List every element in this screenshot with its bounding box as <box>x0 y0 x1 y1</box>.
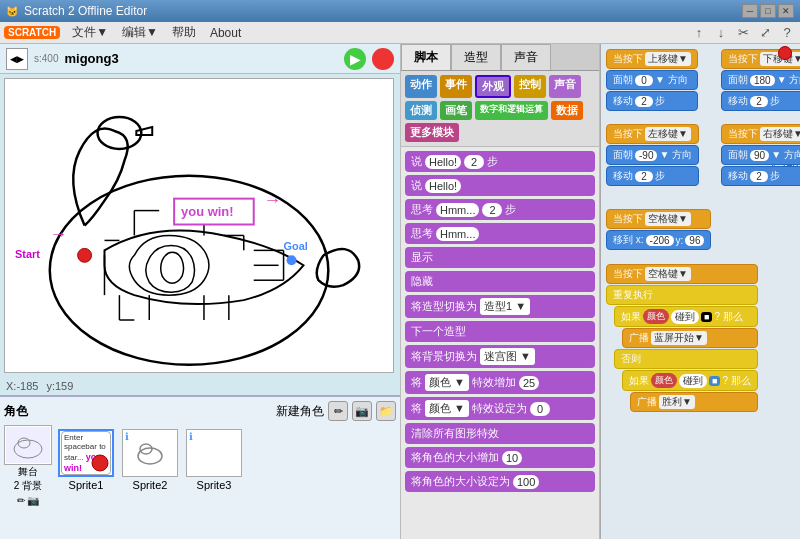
steps-2-input-down[interactable]: 2 <box>750 96 768 107</box>
download-icon[interactable]: ↓ <box>712 24 730 42</box>
block-input-10[interactable]: 10 <box>502 451 522 465</box>
block-dropdown-effect2[interactable]: 颜色 ▼ <box>425 400 469 417</box>
stage-expand-button[interactable]: ◀▶ <box>6 48 28 70</box>
block-input-0[interactable]: 0 <box>530 402 550 416</box>
dir-180-input[interactable]: 180 <box>750 75 775 86</box>
cat-looks[interactable]: 外观 <box>475 75 511 98</box>
block-set-size[interactable]: 将角色的大小设定为 100 <box>405 471 595 492</box>
stage-camera-icon[interactable]: 📷 <box>27 495 39 506</box>
sprite-item-2[interactable]: ℹ Sprite2 <box>120 429 180 491</box>
maximize-button[interactable]: □ <box>760 4 776 18</box>
cat-data[interactable]: 数据 <box>551 101 583 120</box>
dir-0-input[interactable]: 0 <box>635 75 653 86</box>
block-input-100[interactable]: 100 <box>513 475 539 489</box>
stage-thumb[interactable] <box>4 425 52 465</box>
block-dropdown-effect[interactable]: 颜色 ▼ <box>425 374 469 391</box>
key-up-dropdown[interactable]: 上移键▼ <box>645 52 691 66</box>
block-show[interactable]: 显示 <box>405 247 595 268</box>
block-input-2[interactable]: 2 <box>464 155 484 169</box>
cat-motion[interactable]: 动作 <box>405 75 437 98</box>
block-change-effect[interactable]: 将 颜色 ▼ 特效增加 25 <box>405 371 595 394</box>
scripts-area[interactable]: 当按下 上移键▼ 面朝 0▼ 方向 移动 2 步 当按下 下移键▼ 面朝 180… <box>600 44 800 539</box>
block-change-size[interactable]: 将角色的大小增加 10 <box>405 447 595 468</box>
steps-2-input-left[interactable]: 2 <box>635 171 653 182</box>
stage-paint-icon[interactable]: ✏ <box>17 495 25 506</box>
new-sprite-file-button[interactable]: 📁 <box>376 401 396 421</box>
sprite-item-1[interactable]: ℹ Enter spacebar to star... you win! Spr… <box>56 429 116 491</box>
menu-file[interactable]: 文件▼ <box>66 22 114 43</box>
block-clear-effects[interactable]: 清除所有图形特效 <box>405 423 595 444</box>
if-touching-goal-color[interactable]: 如果 颜色 碰到 ■ ? 那么 <box>622 370 758 391</box>
tab-costumes[interactable]: 造型 <box>451 44 501 70</box>
else-block[interactable]: 否则 <box>614 349 758 369</box>
move-2-steps-left[interactable]: 移动 2 步 <box>606 166 699 186</box>
block-say-hello-timed[interactable]: 说 Hello! 2 步 <box>405 151 595 172</box>
point-dir-0[interactable]: 面朝 0▼ 方向 <box>606 70 698 90</box>
broadcast-win-block[interactable]: 广播 胜利▼ <box>630 392 758 412</box>
block-next-costume[interactable]: 下一个造型 <box>405 321 595 342</box>
tab-sounds[interactable]: 声音 <box>501 44 551 70</box>
minimize-button[interactable]: ─ <box>742 4 758 18</box>
event-key-space[interactable]: 当按下 空格键▼ <box>606 209 711 229</box>
cat-pen[interactable]: 画笔 <box>440 101 472 120</box>
goto-xy[interactable]: 移到 x: -206 y: 96 <box>606 230 711 250</box>
forever-block[interactable]: 重复执行 <box>606 285 758 305</box>
block-think-hmm-timed[interactable]: 思考 Hmm... 2 步 <box>405 199 595 220</box>
broadcast-maze[interactable]: 广播 蓝屏开始▼ <box>622 328 758 348</box>
point-dir-neg90[interactable]: 面朝 -90▼ 方向 <box>606 145 699 165</box>
cat-control[interactable]: 控制 <box>514 75 546 98</box>
block-switch-costume[interactable]: 将造型切换为 造型1 ▼ <box>405 295 595 318</box>
steps-2-input-right[interactable]: 2 <box>750 171 768 182</box>
event-key-right[interactable]: 当按下 右移键▼ <box>721 124 800 144</box>
goto-x[interactable]: -206 <box>646 235 674 246</box>
event-key-up[interactable]: 当按下 上移键▼ <box>606 49 698 69</box>
color-goal[interactable]: 碰到 <box>679 374 707 388</box>
sprite-thumb-2[interactable]: ℹ <box>122 429 178 477</box>
menu-help[interactable]: 帮助 <box>166 22 202 43</box>
menu-edit[interactable]: 编辑▼ <box>116 22 164 43</box>
key-space-dropdown2[interactable]: 空格键▼ <box>645 267 691 281</box>
block-input-25[interactable]: 25 <box>519 376 539 390</box>
menu-about[interactable]: About <box>204 24 247 42</box>
upload-icon[interactable]: ↑ <box>690 24 708 42</box>
cat-operators[interactable]: 数字和逻辑运算 <box>475 101 548 120</box>
broadcast-maze-dropdown[interactable]: 蓝屏开始▼ <box>651 331 707 345</box>
move-2-steps-up[interactable]: 移动 2 步 <box>606 91 698 111</box>
point-dir-90[interactable]: 面朝 90▼ 方向 <box>721 145 800 165</box>
cat-events[interactable]: 事件 <box>440 75 472 98</box>
key-space-dropdown[interactable]: 空格键▼ <box>645 212 691 226</box>
block-input-hello[interactable]: Hello! <box>425 155 461 169</box>
sprite-thumb-1[interactable]: ℹ Enter spacebar to star... you win! <box>58 429 114 477</box>
block-hide[interactable]: 隐藏 <box>405 271 595 292</box>
block-input-hmm2[interactable]: Hmm... <box>436 227 479 241</box>
help-icon[interactable]: ? <box>778 24 796 42</box>
sprite-thumb-3[interactable]: ℹ <box>186 429 242 477</box>
close-button[interactable]: ✕ <box>778 4 794 18</box>
sprite-item-3[interactable]: ℹ Sprite3 <box>184 429 244 491</box>
sprite-info-icon-2[interactable]: ℹ <box>125 431 129 442</box>
move-2-steps-down[interactable]: 移动 2 步 <box>721 91 800 111</box>
green-flag-button[interactable]: ▶ <box>344 48 366 70</box>
goto-y[interactable]: 96 <box>685 235 704 246</box>
dir-neg90-input[interactable]: -90 <box>635 150 657 161</box>
key-left-dropdown[interactable]: 左移键▼ <box>645 127 691 141</box>
move-2-steps-right[interactable]: 移动 2 步 <box>721 166 800 186</box>
fullscreen-icon[interactable]: ⤢ <box>756 24 774 42</box>
dir-90-input[interactable]: 90 <box>750 150 769 161</box>
cat-sound[interactable]: 声音 <box>549 75 581 98</box>
event-key-space2[interactable]: 当按下 空格键▼ <box>606 264 758 284</box>
color-black[interactable]: 碰到 <box>671 310 699 324</box>
copy-icon[interactable]: ✂ <box>734 24 752 42</box>
block-say-hello[interactable]: 说 Hello! <box>405 175 595 196</box>
cat-more-blocks[interactable]: 更多模块 <box>405 123 459 142</box>
sprite-info-icon-3[interactable]: ℹ <box>189 431 193 442</box>
stop-button[interactable] <box>372 48 394 70</box>
new-sprite-camera-button[interactable]: 📷 <box>352 401 372 421</box>
block-dropdown-costume[interactable]: 造型1 ▼ <box>480 298 530 315</box>
broadcast-win-dropdown[interactable]: 胜利▼ <box>659 395 695 409</box>
titlebar-controls[interactable]: ─ □ ✕ <box>742 4 794 18</box>
steps-2-input[interactable]: 2 <box>635 96 653 107</box>
block-think-hmm[interactable]: 思考 Hmm... <box>405 223 595 244</box>
event-key-left[interactable]: 当按下 左移键▼ <box>606 124 699 144</box>
key-right-dropdown[interactable]: 右移键▼ <box>760 127 800 141</box>
